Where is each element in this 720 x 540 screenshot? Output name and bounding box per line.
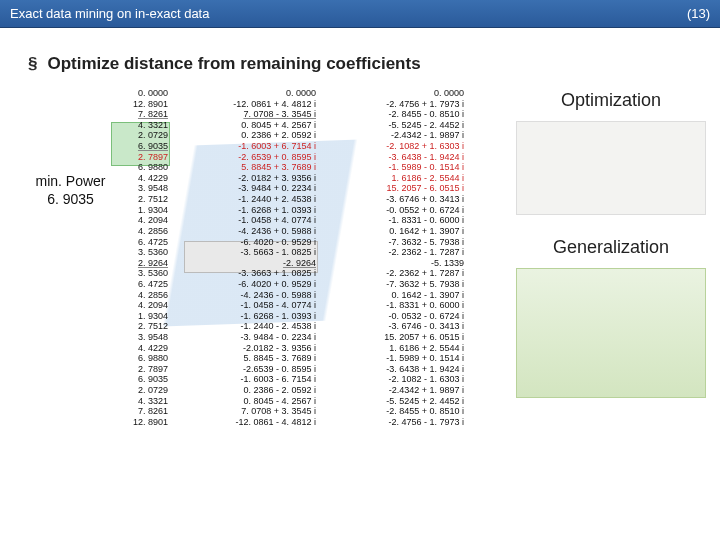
slide-body: §Optimize distance from remaining coeffi… — [0, 28, 720, 540]
data-row: 2. 9264 — [113, 258, 168, 269]
data-row: -2.4342 + 1. 9897 i — [334, 385, 464, 396]
data-row: -7. 3632 + 5. 7938 i — [334, 279, 464, 290]
data-row: 3. 9548 — [113, 183, 168, 194]
data-row: 7. 8261 — [113, 406, 168, 417]
data-row: -2. 2362 - 1. 7287 i — [334, 247, 464, 258]
data-row: 0. 0000 — [334, 88, 464, 99]
caption-generalization: Generalization — [516, 237, 706, 258]
data-row: -12. 0861 + 4. 4812 i — [186, 99, 316, 110]
data-row: 6. 9035 — [113, 141, 168, 152]
column-complex-b: 0. 0000-2. 4756 + 1. 7973 i-2. 8455 - 0.… — [334, 88, 464, 428]
data-row: 7. 0708 + 3. 3545 i — [186, 406, 316, 417]
data-row: 6. 4725 — [113, 237, 168, 248]
data-row: -3. 6438 + 1. 9424 i — [334, 364, 464, 375]
data-row: -4. 2436 - 0. 5988 i — [186, 290, 316, 301]
data-row: -2.6539 - 0. 8595 i — [186, 364, 316, 375]
data-row: 6. 9880 — [113, 162, 168, 173]
data-row: -2. 4756 + 1. 7973 i — [334, 99, 464, 110]
data-row: 6. 9880 — [113, 353, 168, 364]
data-row: 0. 1642 - 1. 3907 i — [334, 290, 464, 301]
data-row: -1. 6268 + 1. 0393 i — [186, 205, 316, 216]
data-row: -2.0182 - 3. 9356 i — [186, 343, 316, 354]
minpower-label: min. Power 6. 9035 — [28, 172, 113, 208]
data-row: -3. 3663 + 1. 0825 i — [186, 268, 316, 279]
right-panel: Optimization Generalization — [516, 90, 706, 420]
data-row: -3. 5663 - 1. 0825 i — [186, 247, 316, 258]
data-row: -3. 9484 - 0. 2234 i — [186, 332, 316, 343]
data-row: 0. 2386 + 2. 0592 i — [186, 130, 316, 141]
data-row: 2. 0729 — [113, 130, 168, 141]
minpower-name: min. Power — [28, 172, 113, 190]
data-row: -2. 8455 - 0. 8510 i — [334, 109, 464, 120]
data-row: 1. 9304 — [113, 205, 168, 216]
data-row: -1. 6268 - 1. 0393 i — [186, 311, 316, 322]
data-row: 1. 6186 - 2. 5544 i — [334, 173, 464, 184]
data-row: 12. 8901 — [113, 99, 168, 110]
data-row: 1. 9304 — [113, 311, 168, 322]
data-row: 0. 0000 — [113, 88, 168, 99]
data-row: 2. 7897 — [113, 152, 168, 163]
title-bar: Exact data mining on in-exact data (13) — [0, 0, 720, 28]
data-row: -5. 5245 - 2. 4452 i — [334, 120, 464, 131]
data-row: 2. 7512 — [113, 321, 168, 332]
data-row: 15. 2057 + 6. 0515 i — [334, 332, 464, 343]
data-row: 2. 7897 — [113, 364, 168, 375]
data-row: -2. 1082 + 1. 6303 i — [334, 141, 464, 152]
column-complex-a: 0. 0000-12. 0861 + 4. 4812 i7. 0708 - 3.… — [186, 88, 316, 428]
data-row: -2.4342 - 1. 9897 i — [334, 130, 464, 141]
data-row: 5. 8845 - 3. 7689 i — [186, 353, 316, 364]
section-heading: §Optimize distance from remaining coeffi… — [28, 54, 702, 74]
page-number: (13) — [687, 6, 710, 21]
data-row: -1. 5989 - 0. 1514 i — [334, 162, 464, 173]
minpower-value: 6. 9035 — [28, 190, 113, 208]
formula-generalization — [516, 268, 706, 398]
data-row: 0. 0000 — [186, 88, 316, 99]
data-row: -2. 2362 + 1. 7287 i — [334, 268, 464, 279]
data-row: -1. 0458 - 4. 0774 i — [186, 300, 316, 311]
data-row: 5. 8845 + 3. 7689 i — [186, 162, 316, 173]
data-row: -2. 9264 — [186, 258, 316, 269]
data-row: -1. 6003 + 6. 7154 i — [186, 141, 316, 152]
data-row: 7. 0708 - 3. 3545 i — [186, 109, 316, 120]
data-row: 4. 2094 — [113, 300, 168, 311]
data-row: -2. 8455 + 0. 8510 i — [334, 406, 464, 417]
data-row: 0. 2386 - 2. 0592 i — [186, 385, 316, 396]
data-row: -6. 4020 + 0. 9529 i — [186, 279, 316, 290]
data-row: 4. 2856 — [113, 290, 168, 301]
data-row: -2. 0182 + 3. 9356 i — [186, 173, 316, 184]
data-row: -0. 0532 - 0. 6724 i — [334, 311, 464, 322]
data-row: 4. 4229 — [113, 343, 168, 354]
data-row: -3. 6746 - 0. 3413 i — [334, 321, 464, 332]
data-row: -1. 8331 - 0. 6000 i — [334, 215, 464, 226]
data-row: 3. 5360 — [113, 268, 168, 279]
data-row: -3. 9484 + 0. 2234 i — [186, 183, 316, 194]
caption-optimization: Optimization — [516, 90, 706, 111]
data-row: 12. 8901 — [113, 417, 168, 428]
data-row: -12. 0861 - 4. 4812 i — [186, 417, 316, 428]
data-row: -6. 4020 - 0. 9529 i — [186, 237, 316, 248]
data-row: -5. 5245 + 2. 4452 i — [334, 396, 464, 407]
bullet-icon: § — [28, 54, 37, 73]
data-row: 0. 8045 + 4. 2567 i — [186, 120, 316, 131]
data-row: 0. 8045 - 4. 2567 i — [186, 396, 316, 407]
data-row: -0. 0552 + 0. 6724 i — [334, 205, 464, 216]
data-row: 15. 2057 - 6. 0515 i — [334, 183, 464, 194]
formula-optimization — [516, 121, 706, 215]
column-magnitudes: 0. 000012. 89017. 82614. 33212. 07296. 9… — [113, 88, 168, 428]
data-row: 6. 4725 — [113, 279, 168, 290]
data-row: -4. 2436 + 0. 5988 i — [186, 226, 316, 237]
data-row: -1. 8331 + 0. 6000 i — [334, 300, 464, 311]
data-row: 0. 1642 + 1. 3907 i — [334, 226, 464, 237]
data-row: 1. 6186 + 2. 5544 i — [334, 343, 464, 354]
data-row: -1. 5989 + 0. 1514 i — [334, 353, 464, 364]
data-row: -2. 1082 - 1. 6303 i — [334, 374, 464, 385]
data-row: 7. 8261 — [113, 109, 168, 120]
data-row: -2. 6539 + 0. 8595 i — [186, 152, 316, 163]
data-row: -3. 6438 - 1. 9424 i — [334, 152, 464, 163]
data-row: 4. 2856 — [113, 226, 168, 237]
data-row: -3. 6746 + 0. 3413 i — [334, 194, 464, 205]
data-row: -2. 4756 - 1. 7973 i — [334, 417, 464, 428]
data-row: -1. 2440 - 2. 4538 i — [186, 321, 316, 332]
data-row: -5. 1339 — [334, 258, 464, 269]
data-row: 4. 2094 — [113, 215, 168, 226]
